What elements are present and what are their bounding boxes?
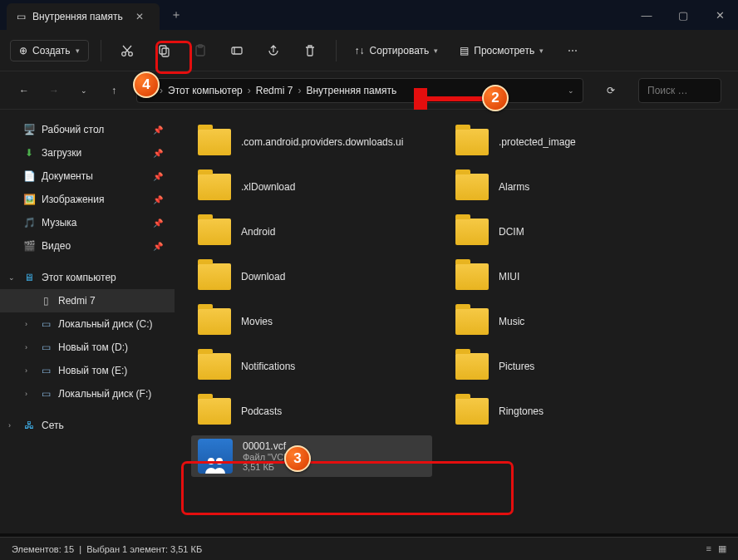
sort-label: Сортировать: [370, 45, 430, 56]
vcf-file-icon: [198, 439, 233, 474]
folder-icon: [455, 219, 489, 245]
tiles-view-icon[interactable]: ▦: [718, 543, 726, 554]
window-tab[interactable]: ▭ Внутренняя память ✕: [7, 3, 160, 30]
folder-icon: [198, 398, 231, 425]
network-icon: 🖧: [23, 420, 35, 431]
folder-item[interactable]: Alarms: [449, 166, 690, 208]
folder-item[interactable]: .com.android.providers.downloads.ui: [191, 121, 432, 163]
chevron-right-icon: ›: [248, 85, 251, 96]
sidebar-item-quick[interactable]: ⬇Загрузки📌: [0, 141, 175, 165]
copy-button[interactable]: [150, 37, 178, 65]
sidebar-item-quick[interactable]: 🖼️Изображения📌: [0, 188, 175, 211]
chevron-down-icon[interactable]: ⌄: [76, 86, 91, 95]
sidebar-item-drive[interactable]: ›▭Новый том (D:): [0, 336, 175, 359]
sidebar-item-drive[interactable]: ›▭Локальный диск (F:): [0, 382, 175, 405]
sidebar-item-quick[interactable]: 📄Документы📌: [0, 165, 175, 188]
maximize-button[interactable]: ▢: [665, 0, 701, 30]
new-button[interactable]: ⊕ Создать ▾: [10, 40, 89, 61]
details-view-icon[interactable]: ≡: [706, 543, 711, 554]
folder-item[interactable]: Movies: [191, 301, 432, 342]
pin-icon: 📌: [153, 195, 163, 204]
forward-button[interactable]: →: [47, 85, 61, 96]
more-button[interactable]: ⋯: [558, 37, 587, 65]
svg-point-1: [128, 52, 132, 56]
folder-item[interactable]: Download: [191, 256, 432, 297]
folder-icon: [198, 129, 231, 155]
minimize-button[interactable]: ―: [628, 0, 665, 30]
chevron-right-icon: ›: [25, 320, 27, 328]
sidebar-item-this-pc[interactable]: ⌄🖥Этот компьютер: [0, 266, 175, 289]
sidebar-item-quick[interactable]: 🎬Видео📌: [0, 234, 175, 258]
folder-name: Ringtones: [499, 405, 544, 417]
sidebar-item-drive[interactable]: ›▭Новый том (E:): [0, 359, 175, 382]
crumb[interactable]: Redmi 7: [256, 85, 293, 96]
delete-button[interactable]: [296, 37, 324, 65]
close-tab-icon[interactable]: ✕: [130, 7, 150, 27]
back-button[interactable]: ←: [17, 85, 32, 96]
folder-item[interactable]: DCIM: [449, 211, 690, 253]
folder-item[interactable]: .protected_image: [449, 121, 690, 163]
folder-icon: 🖥️: [23, 124, 35, 135]
sidebar-label: Локальный диск (C:): [58, 318, 153, 330]
folder-name: Pictures: [499, 361, 534, 372]
view-button[interactable]: ▤ Просмотреть ▾: [453, 40, 550, 61]
refresh-button[interactable]: ⟳: [598, 85, 623, 96]
selection-info: Выбран 1 элемент: 3,51 КБ: [86, 544, 202, 554]
file-item[interactable]: 00001.vcf Файл "VCF" 3,51 КБ: [191, 435, 432, 477]
sidebar-item-drive[interactable]: ›▭Локальный диск (C:): [0, 312, 175, 336]
file-type: Файл "VCF": [243, 452, 293, 462]
folder-item[interactable]: Music: [449, 301, 690, 342]
search-input[interactable]: Поиск …: [638, 78, 721, 103]
pin-icon: 📌: [153, 125, 163, 135]
toolbar: ⊕ Создать ▾ ↑↓ Сортировать ▾ ▤ Просмотре…: [0, 30, 738, 71]
folder-item[interactable]: Pictures: [449, 346, 690, 387]
folder-item[interactable]: Podcasts: [191, 391, 432, 432]
sidebar-label: Видео: [42, 240, 71, 252]
folder-item[interactable]: Ringtones: [449, 391, 690, 432]
new-tab-button[interactable]: ＋: [166, 5, 186, 25]
up-button[interactable]: ↑: [106, 85, 121, 96]
tab-title: Внутренняя память: [32, 11, 123, 22]
sidebar-label: Redmi 7: [58, 295, 96, 307]
share-button[interactable]: [259, 37, 288, 65]
chevron-right-icon: ›: [160, 85, 163, 96]
search-placeholder: Поиск …: [647, 85, 688, 96]
close-button[interactable]: ✕: [701, 0, 738, 30]
folder-item[interactable]: Android: [191, 211, 432, 253]
folder-icon: [455, 129, 489, 155]
sidebar-item-quick[interactable]: 🎵Музыка📌: [0, 211, 175, 234]
sidebar-item-device[interactable]: ▯Redmi 7: [0, 289, 175, 312]
drive-icon: ▭: [40, 341, 52, 353]
folder-item[interactable]: MIUI: [449, 256, 690, 297]
pin-icon: 📌: [153, 242, 163, 251]
folder-icon: [455, 353, 489, 380]
crumb[interactable]: Этот компьютер: [168, 85, 243, 96]
folder-item[interactable]: .xlDownload: [191, 166, 432, 208]
view-label: Просмотреть: [474, 45, 534, 56]
chevron-down-icon[interactable]: ⌄: [568, 86, 574, 95]
sidebar-item-quick[interactable]: 🖥️Рабочий стол📌: [0, 118, 175, 141]
sort-button[interactable]: ↑↓ Сортировать ▾: [348, 40, 445, 61]
sidebar-label: Этот компьютер: [42, 272, 116, 283]
svg-rect-2: [160, 46, 166, 54]
folder-name: Alarms: [499, 181, 529, 193]
plus-icon: ⊕: [19, 45, 27, 56]
svg-point-7: [208, 458, 214, 464]
folder-icon: 🖼️: [23, 194, 35, 205]
folder-name: .xlDownload: [241, 181, 295, 193]
sidebar-label: Новый том (E:): [58, 365, 127, 376]
folder-item[interactable]: Notifications: [191, 346, 432, 387]
chevron-down-icon: ▾: [539, 47, 544, 55]
crumb[interactable]: Внутренняя память: [306, 85, 396, 96]
rename-button[interactable]: [223, 37, 251, 65]
drive-icon: ▭: [17, 11, 26, 22]
paste-button[interactable]: [186, 37, 214, 65]
sidebar-item-network[interactable]: ›🖧Сеть: [0, 414, 175, 437]
chevron-right-icon: ›: [25, 343, 27, 351]
cut-button[interactable]: [113, 37, 141, 65]
sort-icon: ↑↓: [355, 45, 365, 56]
folder-icon: [198, 219, 231, 245]
folder-icon: [455, 174, 489, 200]
breadcrumb[interactable]: ▭ › Этот компьютер › Redmi 7 › Внутрення…: [136, 78, 583, 103]
address-bar: ← → ⌄ ↑ ▭ › Этот компьютер › Redmi 7 › В…: [0, 71, 738, 110]
